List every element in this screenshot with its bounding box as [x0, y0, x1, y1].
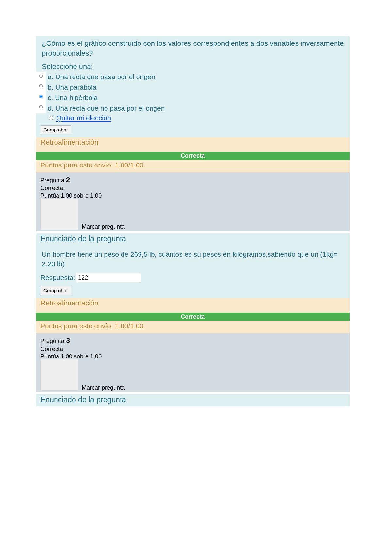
q2-answer-row: Respuesta: — [36, 273, 350, 284]
q3-number-value: 3 — [66, 337, 70, 345]
q1-option-d[interactable]: d. Una recta que no pasa por el origen — [36, 103, 350, 113]
q1-clear-radio[interactable] — [49, 116, 53, 120]
q2-answer-input[interactable] — [76, 273, 141, 282]
q3-info: Pregunta 3 Correcta Puntúa 1,00 sobre 1,… — [36, 333, 350, 392]
q3-state: Correcta — [41, 346, 345, 353]
radio-cell — [36, 82, 46, 90]
q2-stem-heading: Enunciado de la pregunta — [36, 233, 350, 245]
q1-correct-bar: Correcta — [36, 152, 350, 160]
q2-feedback-heading: Retroalimentación — [36, 298, 350, 309]
q2-number-prefix: Pregunta — [41, 177, 66, 183]
q1-check-row: Comprobar — [36, 123, 350, 137]
clear-choice-link[interactable]: Quitar mi elección — [56, 114, 111, 122]
q1-option-a[interactable]: a. Una recta que pasa por el origen — [36, 72, 350, 82]
q2-stem: Un hombre tiene un peso de 269,5 lb, cua… — [36, 245, 350, 273]
q1-radio-d[interactable] — [39, 105, 43, 109]
flag-question-label[interactable]: Marcar pregunta — [82, 223, 125, 230]
q2-number: Pregunta 2 — [41, 176, 345, 184]
q1-option-c[interactable]: c. Una hipérbola — [36, 93, 350, 103]
q3-number: Pregunta 3 — [41, 337, 345, 345]
q1-text: ¿Cómo es el gráfico construido con los v… — [36, 36, 350, 61]
radio-cell — [36, 72, 46, 79]
q1-radio-b[interactable] — [39, 84, 43, 88]
radio-cell — [36, 93, 46, 100]
q2-grade: Puntúa 1,00 sobre 1,00 — [41, 192, 345, 199]
check-button[interactable]: Comprobar — [41, 125, 71, 134]
q2-points: Puntos para este envío: 1,00/1,00. — [36, 321, 350, 333]
flag-question-icon[interactable] — [41, 359, 78, 390]
q1-select-one: Seleccione una: — [36, 61, 350, 72]
check-button[interactable]: Comprobar — [41, 286, 71, 295]
q3-grade: Puntúa 1,00 sobre 1,00 — [41, 353, 345, 360]
q3-number-prefix: Pregunta — [41, 338, 66, 344]
q1-radio-c[interactable] — [39, 95, 43, 99]
q2-answer-label: Respuesta: — [41, 274, 75, 282]
flag-question-label[interactable]: Marcar pregunta — [82, 384, 125, 391]
q1-option-c-label: c. Una hipérbola — [46, 93, 350, 103]
q3-stem-heading: Enunciado de la pregunta — [36, 394, 350, 406]
q1-option-d-label: d. Una recta que no pasa por el origen — [46, 103, 350, 113]
q1-points: Puntos para este envío: 1,00/1,00. — [36, 160, 350, 172]
quiz-page: ¿Cómo es el gráfico construido con los v… — [0, 0, 392, 419]
q1-feedback-heading: Retroalimentación — [36, 137, 350, 148]
q1-option-a-label: a. Una recta que pasa por el origen — [46, 72, 350, 82]
q1-option-b[interactable]: b. Una parábola — [36, 82, 350, 93]
radio-cell — [46, 116, 56, 120]
q1-clear-row: Quitar mi elección — [36, 113, 350, 123]
flag-question-icon[interactable] — [41, 199, 78, 230]
radio-cell — [36, 103, 46, 111]
q1-option-b-label: b. Una parábola — [46, 82, 350, 93]
spacer — [36, 148, 350, 152]
q2-number-value: 2 — [66, 176, 70, 184]
q2-state: Correcta — [41, 185, 345, 192]
q2-correct-bar: Correcta — [36, 313, 350, 321]
spacer — [36, 309, 350, 313]
q2-check-row: Comprobar — [36, 284, 350, 298]
q2-info: Pregunta 2 Correcta Puntúa 1,00 sobre 1,… — [36, 172, 350, 231]
q1-radio-a[interactable] — [39, 74, 43, 78]
